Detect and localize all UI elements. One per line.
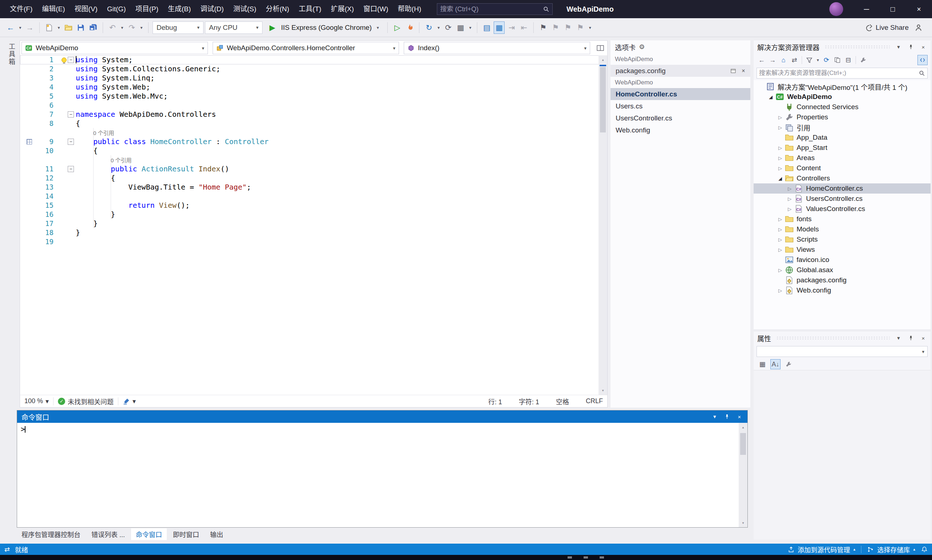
properties-icon[interactable] — [858, 55, 868, 65]
show-all-files-icon[interactable] — [832, 55, 843, 65]
tree-item[interactable]: App_Data — [753, 132, 930, 143]
document-tab[interactable]: Users.cs — [610, 100, 750, 112]
scrollbar-thumb[interactable] — [740, 433, 746, 455]
open-file-button[interactable] — [63, 22, 74, 34]
user-avatar[interactable] — [829, 2, 843, 16]
select-repository-button[interactable]: 选择存储库 ▴ — [867, 545, 915, 554]
menu-item[interactable]: 分析(N) — [261, 0, 294, 18]
code-line[interactable]: 2using System.Collections.Generic; — [20, 65, 607, 74]
scrollbar-thumb[interactable] — [600, 67, 606, 132]
panel-tab[interactable]: 即时窗口 — [168, 528, 204, 540]
solution-search-box[interactable] — [756, 68, 927, 78]
chevron-down-icon[interactable]: ▾ — [56, 25, 62, 30]
menu-item[interactable]: 生成(B) — [163, 0, 196, 18]
code-line[interactable]: 13 ViewBag.Title = "Home Page"; — [20, 183, 607, 192]
layout-select-button[interactable]: ▦ — [455, 22, 466, 34]
command-window-titlebar[interactable]: 命令窗口 ▾ × — [17, 411, 747, 423]
close-tab-icon[interactable]: × — [740, 68, 747, 74]
toggle-bookmark-button[interactable]: ⚑ — [538, 22, 548, 34]
quick-search-input[interactable] — [440, 5, 543, 13]
menu-item[interactable]: Git(G) — [102, 0, 131, 18]
tree-item[interactable]: ▷C#UsersController.cs — [753, 194, 930, 204]
chevron-down-icon[interactable]: ▾ — [895, 43, 902, 51]
solution-configuration-select[interactable]: Debug ▾ — [153, 22, 203, 34]
refresh-icon[interactable]: ⟳ — [821, 55, 832, 65]
maximize-button[interactable]: □ — [880, 0, 906, 18]
tree-item[interactable]: ▷Scripts — [753, 234, 930, 245]
live-share-button[interactable]: Live Share — [866, 24, 909, 32]
expander-icon[interactable]: ▷ — [775, 217, 785, 222]
redo-button[interactable]: ↷ — [126, 22, 137, 34]
scroll-down-icon[interactable]: ▾ — [599, 386, 607, 395]
code-line[interactable]: 19 — [20, 237, 607, 246]
expander-icon[interactable]: ▷ — [775, 166, 785, 171]
menu-item[interactable]: 文件(F) — [5, 0, 37, 18]
tree-item[interactable]: Connected Services — [753, 102, 930, 112]
zoom-select[interactable]: 100 % ▾ — [25, 397, 49, 405]
pending-changes-filter-icon[interactable] — [804, 55, 814, 65]
expander-icon[interactable]: ▷ — [785, 196, 794, 202]
document-tab[interactable]: HomeController.cs — [610, 88, 750, 100]
properties-titlebar[interactable]: 属性 ▾ × — [753, 331, 930, 345]
menu-item[interactable]: 帮助(H) — [393, 0, 426, 18]
forward-icon[interactable]: → — [767, 55, 778, 65]
undo-button[interactable]: ↶ — [107, 22, 118, 34]
menu-item[interactable]: 扩展(X) — [326, 0, 359, 18]
tree-item[interactable]: ▷Web.config — [753, 285, 930, 295]
menu-item[interactable]: 编辑(E) — [37, 0, 69, 18]
split-editor-button[interactable] — [595, 43, 606, 54]
tree-item[interactable]: ▷Views — [753, 245, 930, 255]
next-bookmark-button[interactable]: ⚑ — [562, 22, 573, 34]
code-line[interactable]: 11− public ActionResult Index() — [20, 165, 607, 174]
property-pages-icon[interactable] — [784, 359, 794, 369]
quick-search-box[interactable] — [437, 3, 553, 15]
document-tab[interactable]: Web.config — [610, 124, 750, 136]
chevron-down-icon[interactable]: ▾ — [139, 25, 144, 30]
outdent-button[interactable]: ⇤ — [518, 22, 529, 34]
chevron-down-icon[interactable]: ▾ — [436, 25, 441, 30]
fold-collapse-button[interactable]: − — [68, 57, 74, 63]
code-line[interactable]: 10 { — [20, 146, 607, 155]
fold-collapse-button[interactable]: − — [68, 111, 74, 117]
tree-item[interactable]: ◢Controllers — [753, 173, 930, 183]
back-icon[interactable]: ← — [756, 55, 767, 65]
expander-icon[interactable]: ▷ — [775, 237, 785, 242]
close-icon[interactable]: × — [736, 413, 743, 420]
chevron-down-icon[interactable]: ▾ — [17, 25, 23, 30]
preview-code-icon[interactable] — [917, 55, 927, 65]
tree-item[interactable]: ▷Areas — [753, 153, 930, 163]
tree-item[interactable]: 解决方案"WebApiDemo"(1 个项目/共 1 个) — [753, 82, 930, 92]
tree-item[interactable]: ▷App_Start — [753, 143, 930, 153]
panel-tab[interactable]: 错误列表 ... — [87, 528, 129, 540]
minimize-button[interactable]: ─ — [853, 0, 880, 18]
tree-item[interactable]: ◢C#WebApiDemo — [753, 92, 930, 102]
chevron-down-icon[interactable]: ▾ — [711, 413, 718, 420]
tree-item[interactable]: ▷Properties — [753, 112, 930, 122]
code-line[interactable]: 17 } — [20, 219, 607, 228]
scroll-down-icon[interactable]: ▾ — [739, 518, 747, 527]
tree-item[interactable]: favicon.ico — [753, 255, 930, 265]
eol-indicator[interactable]: CRLF — [586, 397, 603, 405]
code-line[interactable]: 5using System.Web.Mvc; — [20, 92, 607, 101]
column-indicator[interactable]: 字符: 1 — [519, 397, 539, 406]
menu-item[interactable]: 视图(V) — [70, 0, 102, 18]
code-line[interactable]: 8{ — [20, 119, 607, 128]
code-line[interactable]: 12 { — [20, 174, 607, 183]
close-icon[interactable]: × — [920, 43, 927, 51]
tab-settings-gear-icon[interactable]: ⚙ — [639, 43, 645, 51]
tree-item[interactable]: ▷C#HomeController.cs — [753, 183, 930, 194]
expander-icon[interactable]: ▷ — [775, 125, 785, 130]
code-line[interactable]: 3using System.Linq; — [20, 74, 607, 83]
alphabetical-view-icon[interactable]: A↓ — [770, 359, 781, 369]
navigate-forward-button[interactable]: → — [25, 22, 35, 34]
panel-tab[interactable]: 程序包管理器控制台 — [17, 528, 85, 540]
new-item-button[interactable] — [44, 22, 55, 34]
code-line[interactable]: 18} — [20, 228, 607, 237]
save-button[interactable] — [75, 22, 86, 34]
feedback-button[interactable] — [913, 22, 924, 34]
toolbox-tab[interactable]: 工具箱 — [0, 43, 16, 66]
codelens-row[interactable]: 0 个引用 — [20, 128, 607, 137]
notifications-bell-button[interactable] — [921, 546, 927, 553]
expander-icon[interactable]: ▷ — [775, 115, 785, 120]
code-line[interactable]: 1−using System; — [20, 55, 607, 65]
